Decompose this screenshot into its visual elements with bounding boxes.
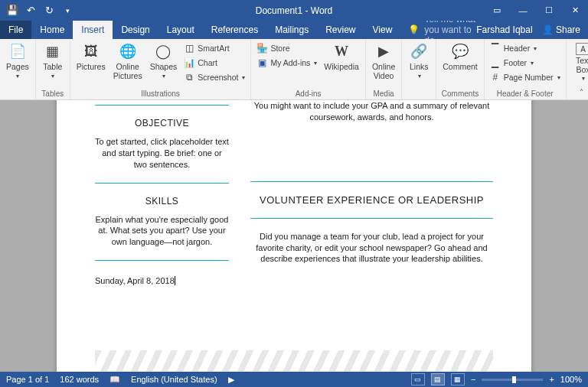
skills-body[interactable]: Explain what you're especially good at. … [95,214,229,249]
group-pages: 📄Pages▾ . [0,39,36,99]
save-icon[interactable]: 💾 [5,3,20,18]
skills-heading[interactable]: SKILLS [95,196,229,207]
pictures-button[interactable]: 🖼Pictures [74,41,109,73]
spellcheck-icon[interactable]: 📖 [109,375,120,385]
qat-customize-icon[interactable]: ▾ [60,3,75,18]
divider [95,105,229,106]
zoom-level[interactable]: 100% [560,375,582,384]
group-header-footer: ▔Header▾ ▁Footer▾ #Page Number▾ Header &… [485,39,567,99]
tellme-search[interactable]: 💡 Tell me what you want to do... [400,21,476,39]
wikipedia-icon: W [332,43,351,61]
group-media: ▶Online Video Media [366,39,402,99]
table-button[interactable]: ▦Table▾ [39,41,67,81]
tab-references[interactable]: References [203,21,266,39]
chart-button[interactable]: 📊Chart [181,56,247,70]
text-box-button[interactable]: AText Box▾ [570,41,588,84]
tab-design[interactable]: Design [113,21,158,39]
tab-home[interactable]: Home [31,21,73,39]
macro-icon[interactable]: ▶ [228,375,234,385]
language-indicator[interactable]: English (United States) [131,375,217,384]
online-picture-icon: 🌐 [119,43,137,61]
chart-icon: 📊 [184,57,194,68]
right-column: You might want to include your GPA and a… [250,100,493,372]
footer-icon: ▁ [490,57,501,68]
window-title: Document1 - Word [256,5,332,16]
divider [250,218,493,219]
group-label: Header & Footer [488,89,563,99]
top-body[interactable]: You might want to include your GPA and a… [250,100,493,123]
my-addins-button[interactable]: ▣My Add-ins▾ [254,56,319,70]
minimize-icon[interactable]: — [510,0,536,21]
menubar: File Home Insert Design Layout Reference… [0,21,588,39]
ribbon-options-icon[interactable]: ▭ [484,0,510,21]
group-text: AText Box▾ ▥▾ A▾ A≡▾ ✎▾ 📅 ▢▾ Text [567,39,588,99]
comment-button[interactable]: 💬Comment [439,41,481,73]
online-pictures-button[interactable]: 🌐Online Pictures [110,41,145,82]
page-indicator[interactable]: Page 1 of 1 [6,375,49,384]
print-layout-icon[interactable]: ▤ [431,373,445,385]
objective-body[interactable]: To get started, click placeholder text a… [95,136,229,171]
maximize-icon[interactable]: ☐ [536,0,562,21]
pages-button[interactable]: 📄Pages▾ [3,41,32,81]
tab-insert[interactable]: Insert [73,21,113,39]
tab-view[interactable]: View [364,21,401,39]
volunteer-body[interactable]: Did you manage a team for your club, lea… [250,231,493,265]
decorative-pattern [95,350,493,372]
header-button[interactable]: ▔Header▾ [488,41,563,55]
group-illustrations: 🖼Pictures 🌐Online Pictures ◯Shapes▾ ◫Sma… [70,39,252,99]
group-tables: ▦Table▾ Tables [36,39,70,99]
group-label: Add-ins [254,89,361,99]
link-icon: 🔗 [410,43,428,61]
page[interactable]: OBJECTIVE To get started, click placehol… [57,100,531,372]
close-icon[interactable]: ✕ [562,0,588,21]
smartart-icon: ◫ [184,43,194,54]
group-addins: 🏪Store ▣My Add-ins▾ WWikipedia Add-ins [251,39,365,99]
tab-review[interactable]: Review [317,21,364,39]
window-controls: ▭ — ☐ ✕ [484,0,588,21]
store-button[interactable]: 🏪Store [254,41,319,55]
divider [95,260,229,261]
volunteer-heading[interactable]: VOLUNTEER EXPERIENCE OR LEADERSHIP [250,194,493,206]
statusbar: Page 1 of 1 162 words 📖 English (United … [0,372,588,387]
undo-icon[interactable]: ↶ [23,3,38,18]
document-canvas[interactable]: OBJECTIVE To get started, click placehol… [0,100,588,372]
tab-layout[interactable]: Layout [158,21,203,39]
store-icon: 🏪 [256,43,267,54]
zoom-out-icon[interactable]: − [471,375,475,384]
word-count[interactable]: 162 words [60,375,99,384]
share-button[interactable]: 👤 Share [542,24,580,35]
group-label: Text [570,89,588,99]
date-field[interactable]: Sunday, April 8, 2018 [95,273,229,285]
links-button[interactable]: 🔗Links▾ [405,41,433,81]
objective-heading[interactable]: OBJECTIVE [95,118,229,128]
tab-mailings[interactable]: Mailings [266,21,317,39]
divider [250,181,493,182]
left-column: OBJECTIVE To get started, click placehol… [95,100,229,372]
online-video-button[interactable]: ▶Online Video [369,41,398,82]
user-name[interactable]: Farshad Iqbal [476,24,532,35]
web-layout-icon[interactable]: ▦ [451,373,465,385]
zoom-slider[interactable] [482,379,543,381]
group-label: Comments [439,89,481,99]
footer-button[interactable]: ▁Footer▾ [488,56,563,70]
titlebar: 💾 ↶ ↻ ▾ Document1 - Word ▭ — ☐ ✕ [0,0,588,21]
lightbulb-icon: 💡 [408,24,420,35]
tab-file[interactable]: File [0,21,31,39]
redo-icon[interactable]: ↻ [41,3,57,18]
zoom-in-icon[interactable]: + [549,375,554,384]
read-mode-icon[interactable]: ▭ [411,373,425,385]
header-icon: ▔ [490,43,501,54]
collapse-ribbon-icon[interactable]: ˄ [580,88,583,96]
page-number-icon: # [490,72,501,83]
page-number-button[interactable]: #Page Number▾ [488,70,563,84]
addin-icon: ▣ [256,57,267,68]
screenshot-button[interactable]: ⧉Screenshot▾ [181,70,247,84]
smartart-button[interactable]: ◫SmartArt [181,41,247,55]
screenshot-icon: ⧉ [184,72,194,83]
table-icon: ▦ [44,43,62,61]
video-icon: ▶ [374,43,393,61]
quick-access-toolbar: 💾 ↶ ↻ ▾ [0,3,75,18]
wikipedia-button[interactable]: WWikipedia [321,41,362,73]
shapes-button[interactable]: ◯Shapes▾ [147,41,181,81]
group-links: 🔗Links▾ . [402,39,436,99]
